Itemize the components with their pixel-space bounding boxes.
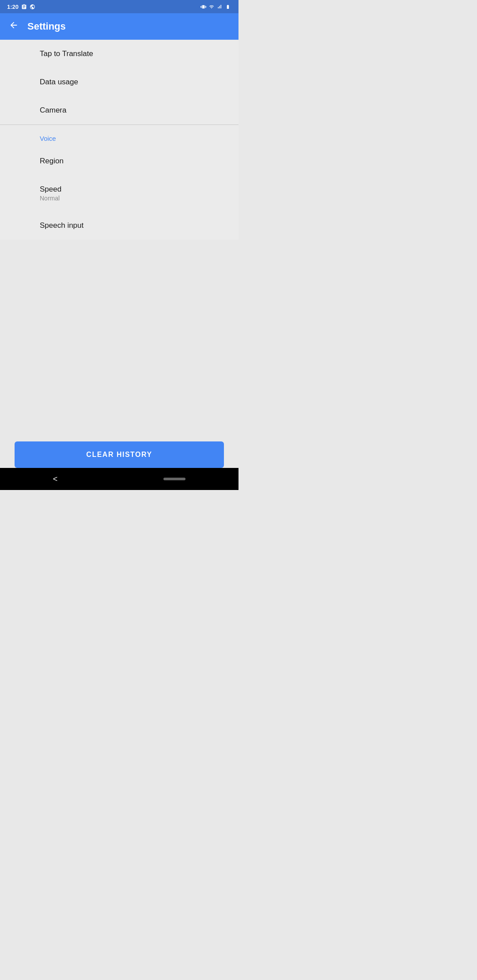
back-button[interactable]	[9, 20, 19, 33]
clipboard-icon	[21, 4, 27, 10]
wifi-icon	[208, 4, 215, 9]
voice-section-label: Voice	[40, 135, 56, 142]
signal-icon	[217, 4, 222, 9]
settings-item-title: Speed	[40, 185, 61, 193]
settings-content: Tap to Translate Data usage Camera Voice…	[0, 40, 238, 240]
settings-item-region[interactable]: Region	[0, 147, 238, 175]
status-bar: 1:20	[0, 0, 238, 13]
settings-item-title: Data usage	[40, 78, 78, 86]
settings-item-subtitle: Normal	[40, 195, 230, 202]
settings-item-title: Speech input	[40, 221, 83, 230]
vibrate-icon	[201, 4, 206, 10]
nav-home-indicator[interactable]	[163, 478, 186, 480]
status-bar-left: 1:20	[7, 4, 35, 10]
settings-item-data-usage[interactable]: Data usage	[0, 68, 238, 96]
settings-item-title: Region	[40, 157, 64, 165]
settings-item-speed[interactable]: Speed Normal	[0, 175, 238, 211]
clear-history-container: CLEAR HISTORY	[0, 441, 238, 468]
settings-item-tap-to-translate[interactable]: Tap to Translate	[0, 40, 238, 68]
settings-item-title: Camera	[40, 106, 66, 114]
battery-icon	[224, 4, 231, 9]
settings-item-camera[interactable]: Camera	[0, 96, 238, 124]
settings-item-title: Tap to Translate	[40, 49, 93, 58]
page-title: Settings	[27, 21, 66, 32]
nav-bar: <	[0, 468, 238, 490]
nav-back-button[interactable]: <	[53, 475, 58, 484]
settings-item-speech-input[interactable]: Speech input	[0, 211, 238, 240]
app-bar: Settings	[0, 13, 238, 40]
voice-section-header: Voice	[0, 125, 238, 147]
status-time: 1:20	[7, 4, 19, 10]
at-icon	[30, 4, 35, 10]
clear-history-button[interactable]: CLEAR HISTORY	[15, 441, 224, 468]
status-bar-right	[201, 4, 231, 10]
